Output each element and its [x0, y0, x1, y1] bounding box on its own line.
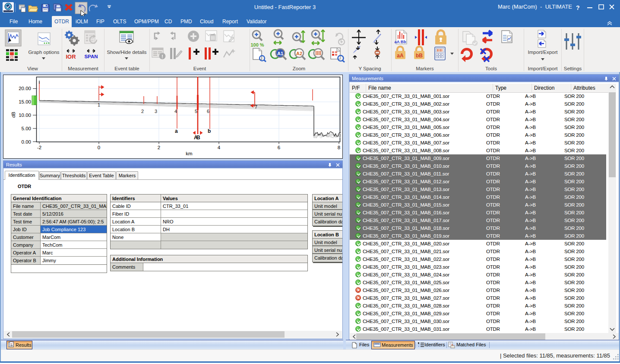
svg-text:aA Bb: aA Bb	[394, 39, 406, 44]
svg-text:A1: A1	[277, 51, 283, 56]
svg-text:SPAN: SPAN	[84, 54, 98, 59]
svg-text:100 %: 100 %	[250, 42, 264, 47]
svg-text:5.00: 5.00	[22, 126, 31, 131]
svg-text:-2: -2	[37, 145, 41, 150]
svg-text:km: km	[186, 151, 192, 156]
svg-text:4: 4	[218, 145, 221, 150]
svg-text:5: 5	[195, 109, 197, 114]
svg-text:?: ?	[576, 4, 580, 11]
svg-text:dB: dB	[11, 112, 16, 118]
svg-text:8: 8	[338, 145, 340, 150]
svg-text:aA: aA	[397, 53, 404, 59]
svg-text:!: !	[161, 54, 163, 59]
svg-text:IOR: IOR	[66, 53, 76, 60]
svg-text:6: 6	[278, 145, 280, 150]
svg-text:bB: bB	[416, 53, 423, 59]
svg-text:15.00: 15.00	[19, 99, 31, 104]
svg-text:20.00: 20.00	[19, 86, 31, 91]
svg-text:10.00: 10.00	[19, 113, 31, 118]
svg-text:2: 2	[158, 145, 160, 150]
svg-text:A2: A2	[296, 51, 302, 56]
svg-text:6: 6	[207, 109, 209, 114]
svg-text:2: 2	[141, 109, 144, 114]
svg-text:3: 3	[155, 109, 157, 114]
svg-text:7: 7	[255, 104, 257, 110]
svg-text:b: b	[208, 128, 211, 134]
svg-text:1: 1	[98, 102, 100, 107]
svg-text:4: 4	[174, 109, 177, 114]
svg-text:0: 0	[98, 145, 100, 150]
svg-text:B: B	[196, 135, 200, 141]
svg-text:0.00: 0.00	[22, 139, 31, 144]
svg-text:a: a	[175, 128, 178, 134]
